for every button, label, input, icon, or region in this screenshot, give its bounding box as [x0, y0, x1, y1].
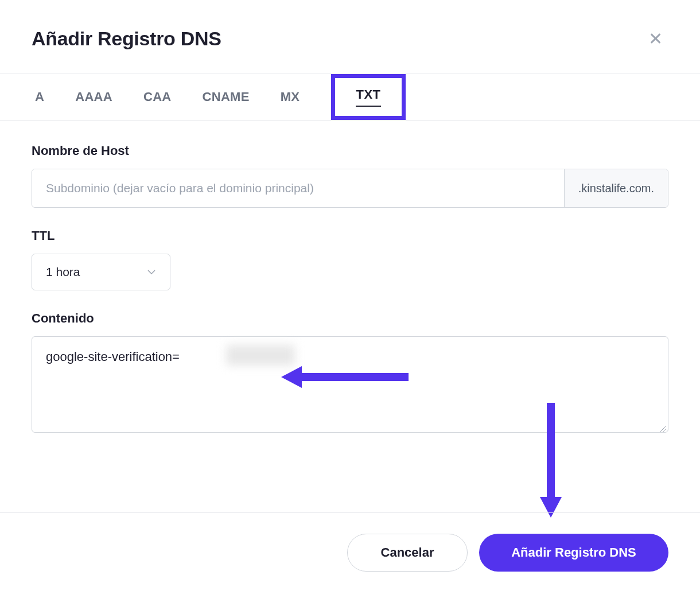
content-textarea[interactable]: [32, 336, 668, 433]
host-suffix: .kinstalife.com.: [564, 169, 668, 207]
dns-add-modal: Añadir Registro DNS ✕ A AAAA CAA CNAME M…: [0, 0, 700, 606]
modal-footer: Cancelar Añadir Registro DNS: [0, 512, 700, 606]
ttl-field-group: TTL 1 hora: [32, 228, 668, 290]
tab-cname[interactable]: CNAME: [199, 75, 253, 119]
modal-title: Añadir Registro DNS: [32, 28, 221, 50]
form-body: Nombre de Host .kinstalife.com. TTL 1 ho…: [0, 121, 700, 435]
record-type-tabs: A AAAA CAA CNAME MX SRV TXT: [0, 73, 700, 121]
chevron-down-icon: [147, 267, 156, 277]
tab-caa[interactable]: CAA: [140, 75, 175, 119]
host-input-wrap: .kinstalife.com.: [32, 169, 668, 208]
tab-aaaa[interactable]: AAAA: [72, 75, 116, 119]
submit-button[interactable]: Añadir Registro DNS: [479, 534, 668, 572]
tab-txt[interactable]: TXT: [356, 87, 380, 107]
host-field-group: Nombre de Host .kinstalife.com.: [32, 143, 668, 208]
modal-header: Añadir Registro DNS ✕: [0, 0, 700, 73]
content-field-group: Contenido: [32, 311, 668, 435]
host-input[interactable]: [32, 169, 564, 207]
tab-a[interactable]: A: [32, 75, 48, 119]
content-label: Contenido: [32, 311, 668, 326]
ttl-select[interactable]: 1 hora: [32, 254, 170, 290]
tab-txt-highlight: TXT: [331, 74, 406, 120]
ttl-label: TTL: [32, 228, 668, 243]
cancel-button[interactable]: Cancelar: [347, 534, 468, 572]
content-wrap: [32, 336, 668, 435]
close-icon[interactable]: ✕: [643, 28, 668, 50]
ttl-value: 1 hora: [46, 265, 80, 279]
host-label: Nombre de Host: [32, 143, 668, 158]
tab-mx[interactable]: MX: [277, 75, 304, 119]
